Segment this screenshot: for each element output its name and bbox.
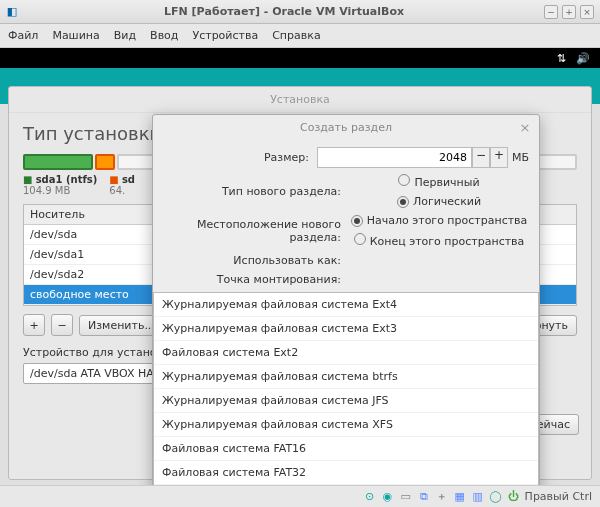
status-display-icon[interactable]: ▥ [471, 490, 485, 504]
window-title: LFN [Работает] - Oracle VM VirtualBox [24, 5, 544, 18]
menu-machine[interactable]: Машина [52, 29, 99, 42]
close-button[interactable]: × [580, 5, 594, 19]
remove-partition-button[interactable]: − [51, 314, 73, 336]
fs-option[interactable]: Журналируемая файловая система JFS [154, 389, 538, 413]
col-device: Носитель [24, 205, 154, 224]
menu-file[interactable]: Файл [8, 29, 38, 42]
status-disk-icon[interactable]: ⊙ [363, 490, 377, 504]
size-input[interactable] [317, 147, 472, 168]
filesystem-dropdown[interactable]: Журналируемая файловая система Ext4 Журн… [153, 292, 539, 507]
status-optical-icon[interactable]: ◉ [381, 490, 395, 504]
status-record-icon[interactable]: ◯ [489, 490, 503, 504]
vm-statusbar: ⊙ ◉ ▭ ⧉ ᚐ ▦ ▥ ◯ ⏻ Правый Ctrl [0, 485, 600, 507]
mount-label: Точка монтирования: [163, 273, 349, 286]
host-key-label: Правый Ctrl [525, 490, 592, 503]
type-label: Тип нового раздела: [163, 185, 349, 198]
status-usb-icon[interactable]: ᚐ [435, 490, 449, 504]
disk-segment-sda1 [23, 154, 93, 170]
radio-primary[interactable]: Первичный [398, 174, 479, 189]
network-icon[interactable]: ⇅ [557, 52, 566, 65]
menu-view[interactable]: Вид [114, 29, 136, 42]
dialog-title: Создать раздел × [153, 115, 539, 141]
menu-input[interactable]: Ввод [150, 29, 178, 42]
size-unit: МБ [512, 151, 529, 164]
sound-icon[interactable]: 🔊 [576, 52, 590, 65]
add-partition-button[interactable]: + [23, 314, 45, 336]
fs-option[interactable]: Файловая система FAT32 [154, 461, 538, 485]
size-decrement[interactable]: − [472, 147, 490, 168]
fs-option[interactable]: Журналируемая файловая система Ext4 [154, 293, 538, 317]
disk-label-0: ■ sda1 (ntfs) 104.9 MB [23, 174, 97, 196]
disk-label-1: ■ sd 64. [109, 174, 135, 196]
size-spinbox[interactable]: − + [317, 147, 508, 168]
fs-option[interactable]: Журналируемая файловая система Ext3 [154, 317, 538, 341]
location-label: Местоположение нового раздела: [163, 218, 349, 244]
size-increment[interactable]: + [490, 147, 508, 168]
fs-option[interactable]: Журналируемая файловая система XFS [154, 413, 538, 437]
status-shared-icon[interactable]: ▦ [453, 490, 467, 504]
fs-option[interactable]: Журналируемая файловая система btrfs [154, 365, 538, 389]
radio-begin[interactable]: Начало этого пространства [351, 214, 528, 227]
menubar: Файл Машина Вид Ввод Устройства Справка [0, 24, 600, 48]
status-net-icon[interactable]: ⧉ [417, 490, 431, 504]
maximize-button[interactable]: + [562, 5, 576, 19]
status-hdd-icon[interactable]: ▭ [399, 490, 413, 504]
disk-segment-sda2 [95, 154, 115, 170]
create-partition-dialog: Создать раздел × Размер: − + МБ Тип ново… [152, 114, 540, 507]
radio-end[interactable]: Конец этого пространства [354, 233, 525, 248]
dialog-close-button[interactable]: × [517, 120, 533, 136]
size-label: Размер: [163, 151, 317, 164]
menu-devices[interactable]: Устройства [192, 29, 258, 42]
guest-topbar: ⇅ 🔊 [0, 48, 600, 68]
menu-help[interactable]: Справка [272, 29, 320, 42]
status-power-icon[interactable]: ⏻ [507, 490, 521, 504]
use-as-label: Использовать как: [163, 254, 349, 267]
fs-option[interactable]: Файловая система Ext2 [154, 341, 538, 365]
window-titlebar: ◧ LFN [Работает] - Oracle VM VirtualBox … [0, 0, 600, 24]
minimize-button[interactable]: − [544, 5, 558, 19]
radio-logical[interactable]: Логический [397, 195, 481, 208]
installer-title: Установка [9, 87, 591, 113]
app-icon: ◧ [7, 5, 17, 18]
fs-option[interactable]: Файловая система FAT16 [154, 437, 538, 461]
